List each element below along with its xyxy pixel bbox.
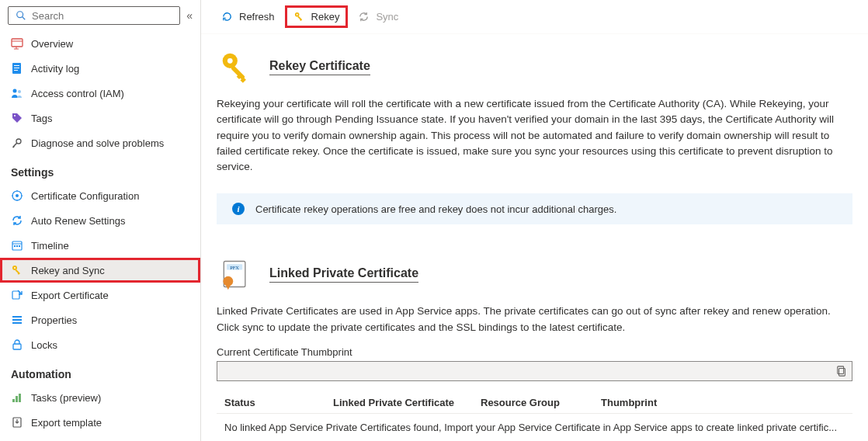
sync-button: Sync [350,6,406,27]
sidebar-item-timeline[interactable]: Timeline [0,233,200,258]
sidebar-item-label: Tasks (preview) [31,392,101,404]
sidebar-item-label: Certificate Configuration [31,190,139,202]
sidebar-section-automation: Automation [0,357,200,385]
sidebar: « Overview Activity log Access control (… [0,0,201,441]
sidebar-item-label: Auto Renew Settings [31,215,125,227]
svg-rect-35 [13,344,21,349]
svg-point-17 [16,194,19,197]
svg-rect-36 [12,399,15,402]
svg-point-28 [14,267,16,269]
timeline-icon [11,239,23,252]
sync-label: Sync [376,11,398,23]
sidebar-item-tasks[interactable]: Tasks (preview) [0,385,200,410]
sidebar-item-export-template[interactable]: Export template [0,410,200,435]
svg-line-1 [23,17,26,20]
linked-table-header: Status Linked Private Certificate Resour… [217,392,852,414]
sidebar-item-access-control[interactable]: Access control (IAM) [0,81,200,106]
svg-rect-25 [16,245,18,247]
refresh-label: Refresh [239,11,275,23]
sidebar-item-overview[interactable]: Overview [0,31,200,56]
svg-rect-8 [14,68,19,68]
svg-rect-24 [14,245,16,247]
sidebar-item-tags[interactable]: Tags [0,106,200,130]
sidebar-item-activity-log[interactable]: Activity log [0,56,200,81]
th-linked-cert: Linked Private Certificate [333,397,481,408]
sidebar-item-auto-renew[interactable]: Auto Renew Settings [0,208,200,233]
svg-point-46 [227,58,233,64]
toolbar: Refresh Rekey Sync [201,0,868,34]
svg-point-12 [14,115,16,116]
info-banner: i Certificate rekey operations are free … [217,193,852,224]
linked-section-header: PFX Linked Private Certificate [217,255,852,293]
key-icon [11,264,23,276]
tags-icon [11,112,23,124]
svg-rect-54 [839,368,845,376]
th-resource-group: Resource Group [481,397,601,408]
sidebar-item-certificate-configuration[interactable]: Certificate Configuration [0,183,200,208]
refresh-button[interactable]: Refresh [214,6,283,27]
svg-rect-38 [19,394,21,402]
key-icon [293,11,305,23]
sidebar-item-export-certificate[interactable]: Export Certificate [0,283,200,307]
svg-point-11 [18,90,21,93]
sidebar-item-label: Overview [31,38,73,50]
export-cert-icon [11,289,23,301]
svg-rect-34 [12,322,22,324]
sidebar-item-diagnose[interactable]: Diagnose and solve problems [0,130,200,155]
svg-point-10 [13,89,17,93]
lock-icon [11,339,23,351]
svg-rect-31 [12,291,19,299]
svg-point-53 [223,276,233,286]
search-box[interactable] [8,6,180,25]
th-thumbprint: Thumbprint [601,397,845,408]
sidebar-item-properties[interactable]: Properties [0,307,200,332]
svg-point-0 [17,12,23,18]
rekey-section-body: Rekeying your certificate will roll the … [217,96,852,175]
svg-text:PFX: PFX [230,265,239,270]
sidebar-item-label: Locks [31,339,57,351]
search-icon [15,9,27,22]
pfx-cert-icon: PFX [217,255,254,293]
thumbprint-label: Current Certificate Thumbprint [217,346,852,358]
sidebar-section-settings: Settings [0,155,200,183]
th-status: Status [224,397,333,408]
svg-rect-55 [838,366,844,374]
svg-rect-2 [12,39,23,47]
rekey-section-header: Rekey Certificate [217,48,852,85]
key-large-icon [217,48,254,85]
overview-icon [11,37,23,50]
svg-rect-37 [16,396,18,402]
linked-section-body: Linked Private Certificates are used in … [217,304,852,335]
svg-rect-26 [19,245,20,247]
copy-button[interactable] [836,366,847,377]
certificate-config-icon [11,189,23,202]
thumbprint-field [217,361,852,381]
sidebar-item-locks[interactable]: Locks [0,332,200,357]
rekey-section-title: Rekey Certificate [269,59,370,75]
sidebar-item-label: Timeline [31,240,69,252]
linked-table-empty: No linked App Service Private Certificat… [217,414,852,441]
sync-icon [358,11,370,23]
search-input[interactable] [32,10,173,22]
sidebar-item-rekey-and-sync[interactable]: Rekey and Sync [0,258,200,283]
collapse-sidebar-button[interactable]: « [186,9,193,22]
export-template-icon [11,416,23,429]
svg-rect-9 [14,70,18,71]
tasks-icon [11,391,23,404]
auto-renew-icon [11,214,23,227]
sidebar-item-label: Export Certificate [31,290,109,301]
svg-rect-7 [14,65,19,66]
sidebar-item-label: Tags [31,113,52,124]
sidebar-item-label: Properties [31,314,77,326]
sidebar-item-label: Activity log [31,63,79,75]
properties-icon [11,314,23,326]
svg-line-14 [14,143,17,146]
rekey-button[interactable]: Rekey [286,6,348,27]
info-banner-text: Certificate rekey operations are free an… [255,203,616,215]
access-control-icon [11,87,23,99]
svg-point-42 [296,14,297,16]
main-content: Refresh Rekey Sync Rekey Certificate Rek… [201,0,868,441]
activity-log-icon [11,62,23,75]
rekey-label: Rekey [311,11,340,23]
refresh-icon [221,11,233,23]
